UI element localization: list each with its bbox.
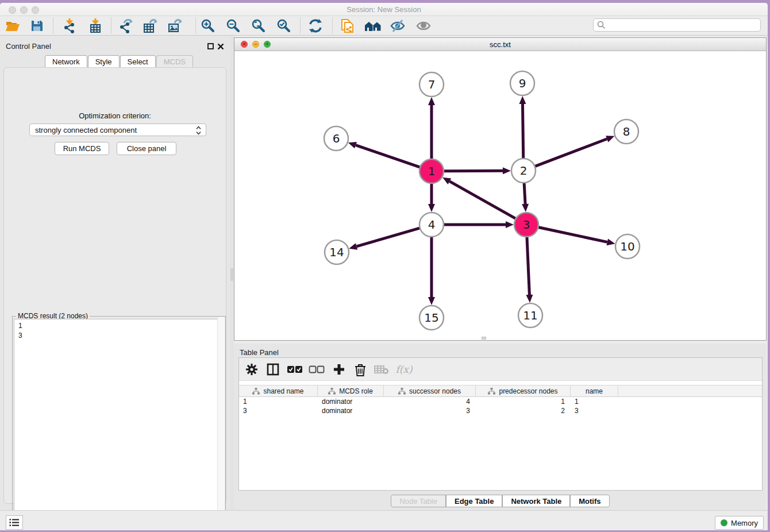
graph-node-label: 6 — [333, 132, 340, 145]
table-panel: Table Panel — [234, 344, 767, 510]
table-row[interactable]: 1 dominator 4 1 1 — [239, 397, 762, 406]
export-table-icon[interactable] — [141, 17, 160, 34]
tab-network-table[interactable]: Network Table — [502, 495, 570, 507]
cell-name[interactable]: 1 — [571, 397, 618, 406]
splitter-grip[interactable] — [230, 268, 233, 281]
graph-node-label: 1 — [428, 164, 436, 178]
node-table: shared name MCDS role successor nodes pr… — [239, 385, 762, 415]
column-header[interactable]: name — [571, 385, 618, 396]
column-header[interactable]: predecessor nodes — [476, 385, 571, 396]
tab-motifs[interactable]: Motifs — [570, 495, 609, 507]
save-session-icon[interactable] — [28, 17, 46, 34]
graph-edge[interactable] — [449, 182, 515, 219]
close-panel-button[interactable]: Close panel — [117, 142, 176, 155]
cell-successor-nodes[interactable]: 3 — [384, 406, 476, 415]
toolbar-separator — [53, 18, 53, 33]
run-mcds-button[interactable]: Run MCDS — [55, 142, 109, 155]
graph-edge[interactable] — [524, 183, 525, 204]
criterion-value: strongly connected component — [35, 126, 137, 134]
zoom-in-icon[interactable] — [199, 17, 217, 34]
network-canvas[interactable]: 7968124314101511 — [234, 51, 766, 340]
status-bar: Memory — [0, 510, 768, 530]
hide-selected-icon[interactable] — [388, 17, 407, 34]
split-panel-icon[interactable] — [264, 362, 282, 377]
cell-mcds-role[interactable]: dominator — [318, 406, 384, 415]
graph-edge[interactable] — [527, 237, 529, 295]
search-input[interactable] — [593, 18, 761, 32]
control-panel-title: Control Panel — [6, 42, 51, 51]
graph-node-label: 4 — [428, 218, 436, 232]
cell-mcds-role[interactable]: dominator — [318, 397, 384, 406]
graph-edge-arrowhead — [348, 142, 357, 148]
graph-node-label: 10 — [620, 240, 634, 253]
duplicate-network-icon[interactable] — [338, 17, 357, 34]
titlebar: Session: New Session — [0, 3, 768, 16]
zoom-fit-icon[interactable] — [249, 17, 268, 34]
tab-style[interactable]: Style — [88, 55, 120, 68]
close-panel-icon[interactable] — [217, 43, 224, 50]
zoom-selected-icon[interactable] — [275, 17, 293, 34]
deselect-all-icon[interactable] — [308, 362, 325, 377]
tab-mcds[interactable]: MCDS — [156, 55, 193, 68]
graph-edge-arrowhead — [522, 204, 529, 212]
graph-node-label: 11 — [523, 309, 537, 322]
criterion-dropdown[interactable]: strongly connected component — [29, 124, 206, 136]
result-scrollbar[interactable] — [217, 317, 225, 529]
tab-edge-table[interactable]: Edge Table — [446, 495, 502, 507]
memory-status-icon — [721, 519, 727, 526]
tab-node-table[interactable]: Node Table — [391, 495, 446, 507]
apply-layout-icon[interactable] — [306, 17, 325, 34]
column-header[interactable]: successor nodes — [384, 385, 476, 396]
cell-shared-name[interactable]: 1 — [239, 397, 318, 406]
graph-edge[interactable] — [522, 104, 523, 159]
graph-edge-arrowhead — [503, 167, 511, 174]
table-settings-icon[interactable] — [243, 362, 260, 377]
search-icon — [597, 21, 606, 29]
graph-edge-arrowhead — [519, 96, 526, 104]
graph-node-label: 9 — [519, 76, 526, 90]
create-column-icon[interactable] — [330, 362, 348, 377]
cell-name[interactable]: 3 — [571, 406, 618, 415]
export-image-icon[interactable] — [166, 17, 184, 34]
app-window: Session: New Session — [0, 3, 768, 530]
import-table-icon[interactable] — [86, 17, 105, 34]
open-file-icon[interactable] — [3, 17, 22, 34]
delete-table-icon[interactable] — [373, 362, 390, 377]
tab-network[interactable]: Network — [45, 55, 87, 68]
select-all-icon[interactable] — [286, 362, 303, 377]
graph-edge[interactable] — [357, 228, 420, 246]
list-icon — [9, 518, 20, 527]
column-header[interactable]: shared name — [239, 385, 318, 396]
cell-predecessor-nodes[interactable]: 2 — [476, 406, 571, 415]
panel-splitter[interactable] — [230, 36, 234, 510]
column-header[interactable]: MCDS role — [318, 385, 384, 396]
graph-edge[interactable] — [535, 139, 607, 167]
task-history-button[interactable] — [6, 515, 23, 530]
import-network-icon[interactable] — [61, 17, 79, 34]
first-neighbors-icon[interactable] — [364, 17, 382, 34]
memory-label: Memory — [731, 519, 758, 527]
show-all-icon[interactable] — [414, 17, 433, 34]
function-builder-icon[interactable]: f(x) — [395, 362, 413, 377]
mcds-result-text[interactable]: 1 3 — [14, 319, 224, 530]
memory-button[interactable]: Memory — [715, 516, 764, 530]
network-graph-svg: 7968124314101511 — [234, 51, 766, 340]
table-row[interactable]: 3 dominator 3 2 3 — [239, 406, 762, 415]
network-titlebar[interactable]: ✕ − + scc.txt — [234, 38, 766, 51]
tab-select[interactable]: Select — [120, 55, 156, 68]
mcds-result-groupbox: MCDS result (2 nodes) 1 3 — [12, 316, 226, 530]
graph-edge[interactable] — [356, 145, 420, 167]
graph-edge[interactable] — [444, 171, 503, 171]
network-resize-grip[interactable] — [482, 337, 486, 340]
cell-predecessor-nodes[interactable]: 1 — [476, 397, 571, 406]
network-window: ✕ − + scc.txt 7968124314101511 — [234, 37, 767, 341]
zoom-out-icon[interactable] — [224, 17, 242, 34]
delete-column-icon[interactable] — [352, 362, 369, 377]
cell-successor-nodes[interactable]: 4 — [384, 397, 476, 406]
graph-edge[interactable] — [538, 227, 607, 242]
cell-shared-name[interactable]: 3 — [239, 406, 318, 415]
graph-edge-arrowhead — [349, 243, 357, 250]
export-network-icon[interactable] — [117, 17, 135, 34]
graph-edge-arrowhead — [606, 136, 614, 142]
float-panel-icon[interactable] — [207, 43, 214, 49]
